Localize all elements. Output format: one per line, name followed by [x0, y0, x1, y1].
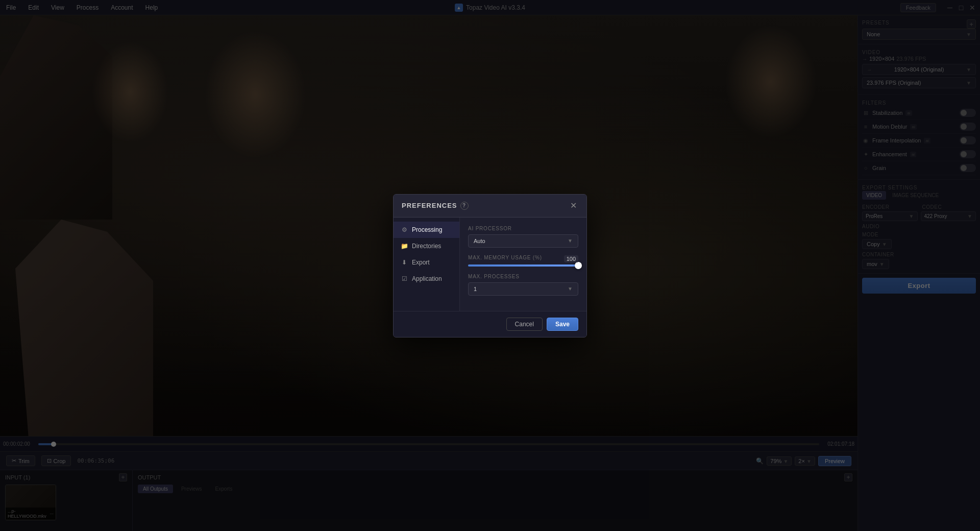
memory-slider-thumb[interactable] [575, 262, 582, 269]
nav-processing[interactable]: ⚙ Processing [394, 222, 459, 238]
modal-title: PREFERENCES ? [402, 202, 469, 210]
ai-processor-value: Auto [474, 238, 485, 244]
processing-icon: ⚙ [401, 226, 408, 233]
max-memory-container: MAX. MEMORY USAGE (%) 100 [468, 255, 578, 267]
modal-footer: Cancel Save [394, 311, 586, 337]
cancel-button[interactable]: Cancel [506, 318, 543, 331]
max-processes-label: MAX. PROCESSES [468, 274, 578, 279]
ai-processor-select[interactable]: Auto ▼ [468, 234, 578, 248]
preferences-title: PREFERENCES [402, 202, 457, 209]
max-processes-select[interactable]: 1 ▼ [468, 282, 578, 296]
memory-slider-value: 100 [564, 255, 578, 262]
modal-sidebar: ⚙ Processing 📁 Directories ⬇ Export ☑ Ap… [394, 218, 460, 311]
modal-help-button[interactable]: ? [460, 202, 469, 210]
modal-body: ⚙ Processing 📁 Directories ⬇ Export ☑ Ap… [394, 218, 586, 311]
nav-directories[interactable]: 📁 Directories [394, 238, 459, 254]
preferences-modal: PREFERENCES ? ✕ ⚙ Processing 📁 Directori… [393, 194, 587, 337]
directories-icon: 📁 [401, 243, 408, 250]
modal-content: AI PROCESSOR Auto ▼ MAX. MEMORY USAGE (%… [460, 218, 586, 311]
modal-close-button[interactable]: ✕ [568, 201, 578, 211]
memory-slider-fill [468, 264, 578, 267]
nav-export[interactable]: ⬇ Export [394, 254, 459, 271]
export-icon: ⬇ [401, 259, 408, 266]
nav-application[interactable]: ☑ Application [394, 271, 459, 287]
application-icon: ☑ [401, 275, 408, 282]
memory-slider-track[interactable]: 100 [468, 264, 578, 267]
max-processes-value: 1 [474, 286, 477, 292]
modal-overlay[interactable]: PREFERENCES ? ✕ ⚙ Processing 📁 Directori… [0, 0, 980, 531]
ai-processor-label: AI PROCESSOR [468, 226, 578, 231]
modal-header: PREFERENCES ? ✕ [394, 195, 586, 218]
max-memory-label: MAX. MEMORY USAGE (%) [468, 255, 578, 260]
save-button[interactable]: Save [547, 318, 578, 331]
max-processes-chevron-icon: ▼ [568, 286, 573, 292]
ai-processor-chevron-icon: ▼ [568, 238, 573, 244]
